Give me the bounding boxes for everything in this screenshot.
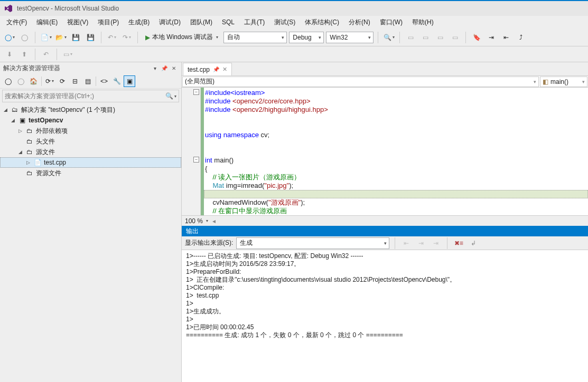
vs-logo-icon xyxy=(4,4,13,13)
tree-sources[interactable]: ◢🗀 源文件 xyxy=(0,147,181,157)
solution-icon: 🗂 xyxy=(11,106,19,114)
menu-file[interactable]: 文件(F) xyxy=(2,17,31,28)
play-icon: ▶ xyxy=(145,34,150,41)
start-debug-label: 本地 Windows 调试器 xyxy=(152,33,213,42)
nav-back-button[interactable]: ◯▾ xyxy=(3,31,16,44)
solution-config-combo[interactable]: Debug xyxy=(289,32,324,43)
save-button[interactable]: 💾 xyxy=(69,31,82,44)
menu-bar: 文件(F) 编辑(E) 视图(V) 项目(P) 生成(B) 调试(D) 团队(M… xyxy=(0,16,588,28)
config-combo[interactable]: 自动 xyxy=(223,32,287,43)
solution-tree: ◢🗂 解决方案 "testOpencv" (1 个项目) ◢▣ testOpen… xyxy=(0,103,181,382)
t3-icon[interactable]: ▭ xyxy=(434,31,446,44)
folder-icon: 🗀 xyxy=(25,127,34,135)
start-debug-button[interactable]: ▶ 本地 Windows 调试器 ▾ xyxy=(142,31,221,44)
se-home-icon[interactable]: 🏠 xyxy=(27,75,39,87)
menu-analyze[interactable]: 分析(N) xyxy=(344,17,375,28)
menu-edit[interactable]: 编辑(E) xyxy=(32,17,62,28)
t1-icon[interactable]: ▭ xyxy=(404,31,417,44)
t2-icon[interactable]: ▭ xyxy=(419,31,432,44)
folder-icon: 🗀 xyxy=(25,148,34,156)
menu-tools[interactable]: 工具(T) xyxy=(240,17,269,28)
zoom-level[interactable]: 100 % xyxy=(185,217,203,225)
tree-file-testcpp[interactable]: ▷📄 test.cpp xyxy=(0,157,181,168)
se-preview-icon[interactable]: ▣ xyxy=(124,75,135,87)
menu-help[interactable]: 帮助(H) xyxy=(408,17,438,28)
tree-solution-node[interactable]: ◢🗂 解决方案 "testOpencv" (1 个项目) xyxy=(0,104,181,115)
code-nav-bar: (全局范围) ◧main() xyxy=(182,76,588,88)
scope-combo[interactable]: (全局范围) xyxy=(182,77,539,87)
pin-icon[interactable]: 📌 xyxy=(213,66,219,72)
menu-debug[interactable]: 调试(D) xyxy=(155,17,185,28)
step2-icon[interactable]: ⇤ xyxy=(500,31,512,44)
se-collapse-icon[interactable]: ⊟ xyxy=(69,75,81,87)
new-project-button[interactable]: 📄▾ xyxy=(40,31,52,44)
menu-window[interactable]: 窗口(W) xyxy=(376,17,407,28)
tree-headers[interactable]: 🗀 头文件 xyxy=(0,136,181,147)
solution-search-box[interactable]: 🔍▾ xyxy=(2,90,179,102)
tab-close-icon[interactable]: ✕ xyxy=(222,66,227,73)
menu-architecture[interactable]: 体系结构(C) xyxy=(301,17,343,28)
nav-forward-button[interactable]: ◯ xyxy=(18,31,31,44)
project-icon: ▣ xyxy=(18,116,26,125)
menu-view[interactable]: 视图(V) xyxy=(63,17,92,28)
menu-test[interactable]: 测试(S) xyxy=(270,17,300,28)
step-icon[interactable]: ⇥ xyxy=(485,31,498,44)
fold-toggle[interactable]: − xyxy=(193,157,199,163)
t4-icon[interactable]: ▭ xyxy=(449,31,461,44)
se-code-icon[interactable]: <> xyxy=(98,75,110,87)
output-header[interactable]: 输出 xyxy=(182,226,588,236)
secondary-toolbar: ⬇ ⬆ ↶ ▭▾ xyxy=(0,46,588,62)
editor-gutter xyxy=(182,88,201,215)
panel-close-icon[interactable]: ✕ xyxy=(170,64,178,72)
menu-sql[interactable]: SQL xyxy=(218,17,239,27)
se-sync-icon[interactable]: ⟳▾ xyxy=(44,75,55,87)
tree-external-deps[interactable]: ▷🗀 外部依赖项 xyxy=(0,126,181,136)
se-back-icon[interactable]: ◯ xyxy=(2,75,14,87)
document-tabstrip: test.cpp 📌 ✕ xyxy=(182,62,588,76)
panel-pin-icon[interactable]: 📌 xyxy=(160,64,169,72)
tree-project-node[interactable]: ◢▣ testOpencv xyxy=(0,115,181,126)
se-props-icon[interactable]: 🔧 xyxy=(111,75,123,87)
st1-icon[interactable]: ⬇ xyxy=(3,48,16,61)
work-area: 解决方案资源管理器 ▾ 📌 ✕ ◯ ◯ 🏠 ⟳▾ ⟳ ⊟ ▤ <> 🔧 ▣ 🔍▾ xyxy=(0,62,588,382)
redo-button[interactable]: ↷▾ xyxy=(120,31,133,44)
st4-icon[interactable]: ▭▾ xyxy=(61,48,74,61)
step3-icon[interactable]: ⤴ xyxy=(515,31,527,44)
se-refresh-icon[interactable]: ⟳ xyxy=(57,75,68,87)
st2-icon[interactable]: ⬆ xyxy=(18,48,31,61)
open-button[interactable]: 📂▾ xyxy=(54,31,67,44)
search-icon: 🔍 xyxy=(165,92,173,100)
member-combo[interactable]: ◧main() xyxy=(540,77,587,87)
menu-project[interactable]: 项目(P) xyxy=(94,17,123,28)
menu-team[interactable]: 团队(M) xyxy=(186,17,217,28)
solution-explorer-toolbar: ◯ ◯ 🏠 ⟳▾ ⟳ ⊟ ▤ <> 🔧 ▣ xyxy=(0,74,181,89)
output-wrap-icon[interactable]: ↲ xyxy=(468,237,479,249)
solution-search-input[interactable] xyxy=(5,92,165,100)
output-prev-icon[interactable]: ⇤ xyxy=(400,237,412,249)
tab-label: test.cpp xyxy=(188,66,210,73)
output-clear-icon[interactable]: ✖≡ xyxy=(453,237,464,249)
panel-dropdown-icon[interactable]: ▾ xyxy=(151,64,159,72)
tree-resources[interactable]: 🗀 资源文件 xyxy=(0,168,181,178)
hscroll-left-icon[interactable]: ◂ xyxy=(212,217,216,225)
output-source-combo[interactable]: 生成 xyxy=(236,237,389,249)
folder-icon: 🗀 xyxy=(25,137,34,146)
menu-build[interactable]: 生成(B) xyxy=(124,17,154,28)
output-next-icon[interactable]: ⇥ xyxy=(415,237,427,249)
save-all-button[interactable]: 💾 xyxy=(84,31,97,44)
undo-button[interactable]: ↶▾ xyxy=(106,31,118,44)
output-next2-icon[interactable]: ⇥ xyxy=(430,237,442,249)
breakpoint-icon[interactable]: 🔖 xyxy=(470,31,483,44)
output-body[interactable]: 1>------ 已启动生成: 项目: testOpencv, 配置: Debu… xyxy=(182,250,588,382)
se-fwd-icon[interactable]: ◯ xyxy=(15,75,26,87)
fold-toggle[interactable]: − xyxy=(193,89,199,95)
st3-icon[interactable]: ↶ xyxy=(40,48,52,61)
se-show-icon[interactable]: ▤ xyxy=(82,75,94,87)
tab-testcpp[interactable]: test.cpp 📌 ✕ xyxy=(183,63,232,75)
code-editor[interactable]: − − #include<iostream> #include <opencv2… xyxy=(182,88,588,215)
solution-explorer-title: 解决方案资源管理器 xyxy=(3,64,60,73)
solution-explorer-header: 解决方案资源管理器 ▾ 📌 ✕ xyxy=(0,62,181,74)
platform-combo[interactable]: Win32 xyxy=(326,32,374,43)
zoom-bar: 100 % ▾ ◂ xyxy=(182,215,588,226)
find-in-files-button[interactable]: 🔍▾ xyxy=(382,31,395,44)
